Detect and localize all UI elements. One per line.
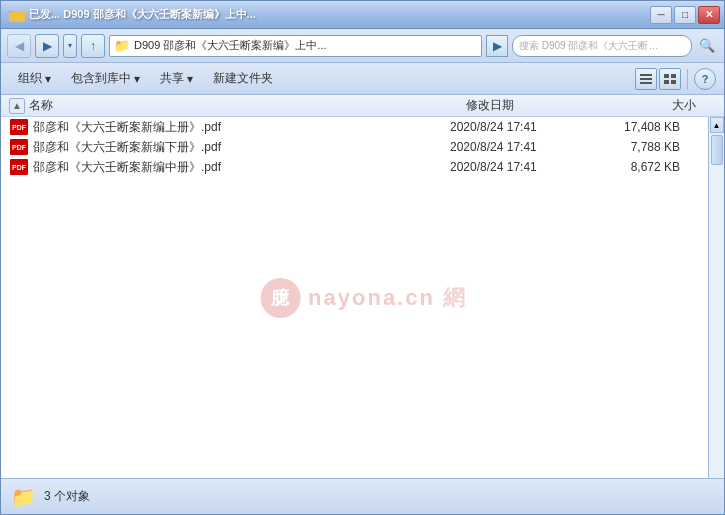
share-button[interactable]: 共享 ▾ xyxy=(151,67,202,91)
forward-button[interactable]: ▶ xyxy=(35,34,59,58)
address-bar: ◀ ▶ ▾ ↑ 📁 D909 邵彦和《大六壬断案新编》上中... ▶ 搜索 D9… xyxy=(1,29,724,63)
file-name-3: 邵彦和《大六壬断案新编中册》.pdf xyxy=(33,159,450,176)
title-bar: 已发... D909 邵彦和《大六壬断案新编》上中... ─ □ ✕ xyxy=(1,1,724,29)
window-icon xyxy=(9,7,25,23)
file-icon-1: PDF xyxy=(9,119,29,135)
file-date-2: 2020/8/24 17:41 xyxy=(450,140,600,154)
search-box[interactable]: 搜索 D909 邵彦和《大六壬断案新编》上中... xyxy=(512,35,692,57)
svg-rect-8 xyxy=(671,80,676,84)
table-row[interactable]: PDF 邵彦和《大六壬断案新编上册》.pdf 2020/8/24 17:41 1… xyxy=(1,117,708,137)
address-path[interactable]: 📁 D909 邵彦和《大六壬断案新编》上中... xyxy=(109,35,482,57)
svg-rect-5 xyxy=(664,74,669,78)
file-name-2: 邵彦和《大六壬断案新编下册》.pdf xyxy=(33,139,450,156)
maximize-button[interactable]: □ xyxy=(674,6,696,24)
file-icon-3: PDF xyxy=(9,159,29,175)
file-list-content: PDF 邵彦和《大六壬断案新编上册》.pdf 2020/8/24 17:41 1… xyxy=(1,117,708,478)
file-size-2: 7,788 KB xyxy=(600,140,700,154)
svg-rect-6 xyxy=(671,74,676,78)
expand-button[interactable]: ▲ xyxy=(9,98,25,114)
col-header-date[interactable]: 修改日期 xyxy=(466,97,616,114)
status-bar: 📁 3 个对象 xyxy=(1,478,724,514)
table-row[interactable]: PDF 邵彦和《大六壬断案新编下册》.pdf 2020/8/24 17:41 7… xyxy=(1,137,708,157)
file-size-3: 8,672 KB xyxy=(600,160,700,174)
col-header-name[interactable]: 名称 xyxy=(29,97,466,114)
title-bar-left: 已发... D909 邵彦和《大六壬断案新编》上中... xyxy=(9,7,256,23)
file-name-1: 邵彦和《大六壬断案新编上册》.pdf xyxy=(33,119,450,136)
toolbar: 组织 ▾ 包含到库中 ▾ 共享 ▾ 新建文件夹 xyxy=(1,63,724,95)
search-icon-button[interactable]: 🔍 xyxy=(696,35,718,57)
file-icon-2: PDF xyxy=(9,139,29,155)
file-size-1: 17,408 KB xyxy=(600,120,700,134)
new-folder-button[interactable]: 新建文件夹 xyxy=(204,67,282,91)
title-bar-buttons: ─ □ ✕ xyxy=(650,6,720,24)
back-button[interactable]: ◀ xyxy=(7,34,31,58)
status-text: 3 个对象 xyxy=(44,488,90,505)
svg-rect-2 xyxy=(640,74,652,76)
file-date-1: 2020/8/24 17:41 xyxy=(450,120,600,134)
scrollbar-thumb[interactable] xyxy=(711,135,723,165)
close-button[interactable]: ✕ xyxy=(698,6,720,24)
toolbar-separator xyxy=(687,69,688,89)
svg-rect-4 xyxy=(640,82,652,84)
path-arrow[interactable]: ▶ xyxy=(486,35,508,57)
list-view-icon xyxy=(640,74,652,84)
file-date-3: 2020/8/24 17:41 xyxy=(450,160,600,174)
nav-dropdown[interactable]: ▾ xyxy=(63,34,77,58)
scrollbar-vertical: ▲ xyxy=(708,117,724,478)
col-header-size[interactable]: 大小 xyxy=(616,97,716,114)
svg-rect-3 xyxy=(640,78,652,80)
details-view-icon xyxy=(664,74,676,84)
file-list-inner: PDF 邵彦和《大六壬断案新编上册》.pdf 2020/8/24 17:41 1… xyxy=(1,117,724,478)
view-buttons xyxy=(635,68,681,90)
pdf-icon-2: PDF xyxy=(10,139,28,155)
path-folder-icon: 📁 xyxy=(114,38,130,53)
table-row[interactable]: PDF 邵彦和《大六壬断案新编中册》.pdf 2020/8/24 17:41 8… xyxy=(1,157,708,177)
pdf-icon-3: PDF xyxy=(10,159,28,175)
up-button[interactable]: ↑ xyxy=(81,34,105,58)
include-library-button[interactable]: 包含到库中 ▾ xyxy=(62,67,149,91)
svg-rect-7 xyxy=(664,80,669,84)
minimize-button[interactable]: ─ xyxy=(650,6,672,24)
search-placeholder: 搜索 D909 邵彦和《大六壬断案新编》上中... xyxy=(519,39,659,53)
organize-button[interactable]: 组织 ▾ xyxy=(9,67,60,91)
view-list-button[interactable] xyxy=(635,68,657,90)
scrollbar-up[interactable]: ▲ xyxy=(710,117,724,133)
status-folder-icon: 📁 xyxy=(11,485,36,509)
window: 已发... D909 邵彦和《大六壬断案新编》上中... ─ □ ✕ ◀ ▶ ▾… xyxy=(0,0,725,515)
help-button[interactable]: ? xyxy=(694,68,716,90)
pdf-icon-1: PDF xyxy=(10,119,28,135)
view-details-button[interactable] xyxy=(659,68,681,90)
file-list: PDF 邵彦和《大六壬断案新编上册》.pdf 2020/8/24 17:41 1… xyxy=(1,117,724,478)
column-headers: ▲ 名称 修改日期 大小 xyxy=(1,95,724,117)
path-text: D909 邵彦和《大六壬断案新编》上中... xyxy=(134,38,327,53)
title-bar-text: 已发... D909 邵彦和《大六壬断案新编》上中... xyxy=(29,7,256,22)
